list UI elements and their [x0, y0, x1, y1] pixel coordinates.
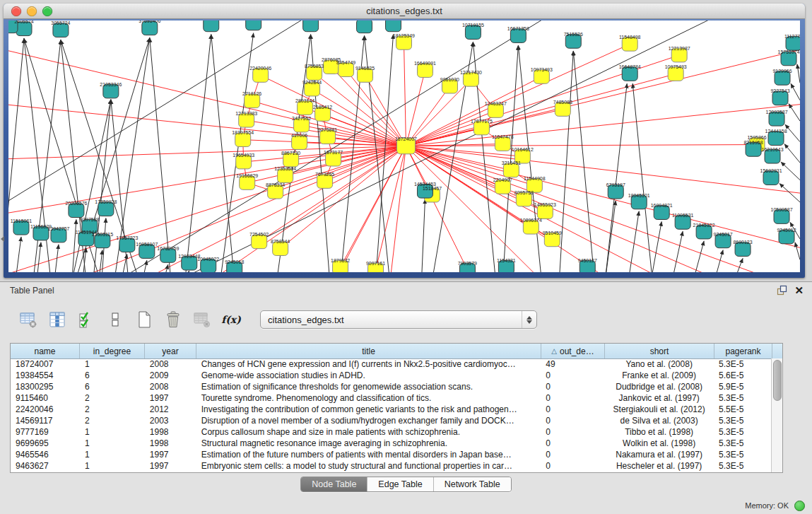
- table-cell: 0: [541, 404, 604, 415]
- table-row[interactable]: 1830029562008Estimation of significance …: [11, 381, 772, 392]
- graph-node-label: 13505115: [92, 232, 114, 237]
- delete-table-button[interactable]: [192, 310, 212, 329]
- table-row[interactable]: 946362711997Embryonic stem cells: a mode…: [11, 460, 772, 472]
- graph-edge: [122, 255, 127, 272]
- graph-edge: [8, 146, 406, 160]
- splitter-collapse-arrow[interactable]: [1, 236, 4, 242]
- show-columns-button[interactable]: [47, 310, 67, 329]
- table-cell: 5.3E-5: [714, 449, 772, 460]
- column-header-out_de[interactable]: △out_de…: [541, 344, 605, 358]
- column-header-year[interactable]: year: [145, 344, 196, 358]
- column-header-pagerank[interactable]: pagerank: [714, 344, 772, 358]
- graph-node-label: 1011865: [8, 21, 19, 21]
- graph-edge: [789, 104, 800, 122]
- table-cell: 5.3E-5: [714, 415, 772, 426]
- tab-network-table[interactable]: Network Table: [433, 477, 511, 491]
- graph-edge: [404, 42, 406, 146]
- clear-selection-button[interactable]: [105, 310, 125, 329]
- graph-edge: [797, 64, 800, 83]
- float-panel-button[interactable]: [776, 285, 787, 296]
- column-header-in_degree[interactable]: in_degree: [80, 344, 145, 358]
- delete-button[interactable]: [163, 310, 183, 329]
- table-panel-title: Table Panel: [10, 286, 54, 296]
- graph-node-label: 11005531: [672, 213, 694, 218]
- graph-node-label: 37691406: [139, 21, 160, 23]
- table-scrollbar[interactable]: [771, 358, 782, 472]
- table-row[interactable]: 969969511998Structural magnetic resonanc…: [11, 438, 772, 449]
- graph-node-label: 6466160: [355, 21, 374, 21]
- new-file-button[interactable]: [134, 310, 154, 329]
- table-cell: 0: [541, 449, 604, 460]
- table-cell: 6: [80, 381, 145, 392]
- network-view-window: citations_edges.txt 18724007224200462718…: [4, 4, 805, 278]
- select-columns-button[interactable]: [76, 310, 96, 329]
- graph-node-label: 10975493: [665, 64, 687, 69]
- column-label: title: [362, 346, 375, 356]
- graph-node-label: 8095758: [514, 190, 534, 195]
- table-cell: Embryonic stem cells: a model to study s…: [196, 460, 541, 472]
- table-cell: Jankovic et al. (1997): [604, 392, 714, 404]
- graph-node[interactable]: [246, 21, 261, 30]
- table-row[interactable]: 946554611997Estimation of the future num…: [11, 449, 772, 460]
- column-header-short[interactable]: short: [605, 344, 714, 358]
- cytoscape-app: citations_edges.txt 18724007224200462718…: [0, 0, 812, 514]
- table-row[interactable]: 1872400712008Changes of HCN gene express…: [11, 358, 772, 370]
- close-panel-button[interactable]: ✕: [794, 286, 804, 296]
- new-file-icon: [135, 310, 153, 329]
- graph-edge: [406, 146, 800, 250]
- table-cell: 0: [541, 392, 604, 404]
- table-cell: 22420046: [11, 404, 80, 415]
- table-row[interactable]: 1938455462009Genome-wide association stu…: [11, 370, 772, 381]
- network-file-selector[interactable]: citations_edges.txt: [260, 310, 537, 329]
- table-cell: Investigating the contribution of common…: [196, 404, 541, 415]
- graph-edge: [734, 258, 743, 272]
- function-icon: f(x): [221, 314, 241, 325]
- table-row[interactable]: 1456911722003Disruption of a novel membe…: [11, 415, 772, 426]
- graph-node-label: 7673255: [315, 172, 334, 177]
- graph-edge: [406, 146, 545, 272]
- graph-node-label: 9861030: [440, 77, 459, 82]
- graph-node-label: 12217430: [460, 70, 482, 75]
- table-cell: 1997: [145, 449, 196, 460]
- column-header-title[interactable]: title: [196, 344, 541, 358]
- node-table: namein_degreeyeartitle△out_de…shortpager…: [10, 343, 783, 473]
- table-cell: 2012: [145, 404, 196, 415]
- column-header-name[interactable]: name: [11, 344, 80, 358]
- graph-edge: [143, 260, 147, 272]
- tab-node-table[interactable]: Node Table: [301, 477, 367, 491]
- graph-edge: [406, 146, 729, 272]
- graph-node-label: 16994821: [651, 203, 673, 208]
- graph-node-label: 19654933: [233, 153, 254, 158]
- table-row[interactable]: 2242004622012Investigating the contribut…: [11, 404, 772, 415]
- graph-node[interactable]: [204, 21, 219, 32]
- function-builder-button[interactable]: f(x): [221, 310, 241, 329]
- table-cell: 0: [541, 438, 604, 449]
- graph-node[interactable]: [386, 21, 401, 32]
- graph-node-label: 13942757: [47, 226, 69, 231]
- graph-node-label: 18107554: [232, 130, 254, 135]
- table-row[interactable]: 911546021997Tourette syndrome. Phenomeno…: [11, 392, 772, 404]
- graph-edge: [376, 146, 406, 271]
- scrollbar-thumb[interactable]: [773, 360, 782, 401]
- graph-node[interactable]: [303, 21, 319, 32]
- graph-node-label: 10896374: [520, 218, 542, 223]
- table-cell: 0: [541, 460, 604, 472]
- graph-edge: [406, 146, 800, 194]
- graph-node-label: 20206576: [65, 201, 87, 206]
- table-row[interactable]: 977716911998Corpus callosum shape and si…: [11, 426, 772, 438]
- table-settings-button[interactable]: [18, 310, 38, 329]
- graph-node[interactable]: [357, 21, 372, 33]
- table-panel: Table Panel ✕: [0, 281, 812, 514]
- table-toolbar: f(x) citations_edges.txt: [18, 308, 537, 332]
- graph-edge: [651, 221, 661, 272]
- graph-node-label: 18045101: [628, 193, 650, 198]
- network-window-titlebar[interactable]: citations_edges.txt: [4, 4, 805, 19]
- trash-icon: [164, 310, 182, 329]
- network-canvas[interactable]: 1872400722420046271812612213383181075541…: [8, 21, 800, 272]
- column-label: short: [650, 346, 669, 356]
- column-label: out_de…: [560, 346, 594, 356]
- table-cell: 19384554: [11, 370, 80, 381]
- tab-edge-table[interactable]: Edge Table: [367, 477, 433, 491]
- window-title: citations_edges.txt: [4, 6, 805, 16]
- graph-edge: [334, 146, 406, 272]
